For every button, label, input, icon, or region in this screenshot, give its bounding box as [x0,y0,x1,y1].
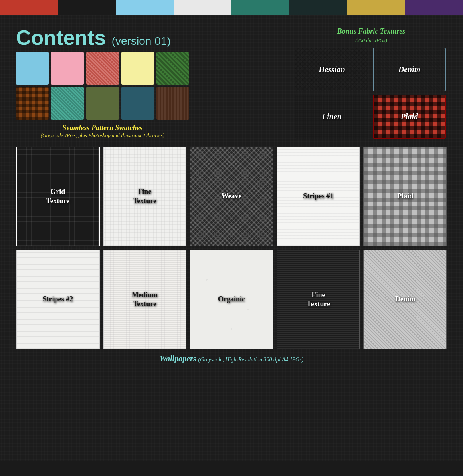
texture-fine-texture-2: FineTexture [277,250,360,349]
bonus-grid: Hessian Denim Linen Plaid [295,48,447,139]
swatch-olive [86,87,119,120]
strip-light-blue [116,0,174,15]
strip-red [0,0,58,15]
title-version: (version 01) [112,35,171,47]
strip-gold [347,0,405,15]
strip-teal [232,0,289,15]
swatch-teal-dark [121,87,154,120]
bonus-label-sub: (300 dpi JPGs) [355,37,387,44]
wallpapers-title: Wallpapers [160,354,198,363]
texture-medium-label: MediumTexture [132,290,158,309]
title-block: Contents (version 01) [16,27,189,139]
title-main: Contents [16,26,106,49]
bottom-color-strip [0,461,463,476]
texture-grid-texture: GridTexture [16,147,100,246]
texture-stripes-1: Stripes #1 [277,147,360,246]
swatch-blue [16,52,49,85]
swatches-section [16,52,189,120]
strip-dark [289,0,347,15]
texture-grid-label: GridTexture [46,187,69,206]
swatch-red-weave [86,52,119,85]
bonus-tile-plaid-label: Plaid [401,112,418,121]
swatch-plaid-brown [16,87,49,120]
header-section: Contents (version 01) [16,27,447,139]
texture-organic: Orgainic [190,250,273,349]
swatches-label: Seamless Pattern Swatches (Greyscale JPG… [16,124,189,139]
texture-fine1-label: FineTexture [133,187,156,206]
strip-black [58,0,116,15]
wallpapers-label: Wallpapers (Greyscale, High-Resolution 3… [16,354,447,363]
main-content: Contents (version 01) [0,15,463,461]
texture-weave: Weave [190,147,273,246]
swatches-row-1 [16,52,189,85]
texture-denim: Denim [363,250,447,349]
swatches-row-2 [16,87,189,120]
bonus-tile-denim: Denim [373,48,446,91]
texture-stripes2-label: Stripes #2 [43,295,73,304]
top-color-strip [0,0,463,15]
swatch-pink [51,52,84,85]
textures-row-2: Stripes #2 MediumTexture Orgainic FineTe… [16,250,447,349]
texture-stripes-2: Stripes #2 [16,250,100,349]
swatch-brown [156,87,189,120]
bonus-tile-hessian-label: Hessian [319,65,345,74]
page-title: Contents (version 01) [16,27,189,48]
swatch-yellow [121,52,154,85]
texture-plaid-gray: Plaid [363,147,447,246]
bonus-tile-linen-label: Linen [322,112,342,121]
swatch-green-weave [156,52,189,85]
texture-weave-label: Weave [221,192,241,201]
texture-plaid-label: Plaid [397,192,413,201]
bonus-section: Bonus Fabric Textures (300 dpi JPGs) Hes… [295,27,447,139]
textures-section: GridTexture FineTexture Weave Stripes #1… [16,147,447,349]
texture-medium: MediumTexture [103,250,187,349]
bonus-tile-linen: Linen [295,95,368,139]
texture-fine-texture-1: FineTexture [103,147,187,246]
swatches-label-title: Seamless Pattern Swatches [16,124,189,132]
bonus-tile-hessian: Hessian [295,48,368,91]
texture-organic-label: Orgainic [218,295,245,304]
strip-white [174,0,232,15]
texture-stripes1-label: Stripes #1 [303,192,334,201]
textures-row-1: GridTexture FineTexture Weave Stripes #1… [16,147,447,246]
texture-fine2-label: FineTexture [307,290,330,309]
wallpapers-sub: (Greyscale, High-Resolution 300 dpi A4 J… [198,357,304,363]
swatches-label-sub: (Greyscale JPGs, plus Photoshop and Illu… [16,132,189,139]
strip-purple [405,0,463,15]
bonus-label-title: Bonus Fabric Textures [337,27,405,36]
swatch-teal-weave [51,87,84,120]
bonus-tile-plaid: Plaid [373,95,446,139]
texture-denim-label: Denim [395,295,416,304]
bonus-tile-denim-label: Denim [398,65,421,74]
